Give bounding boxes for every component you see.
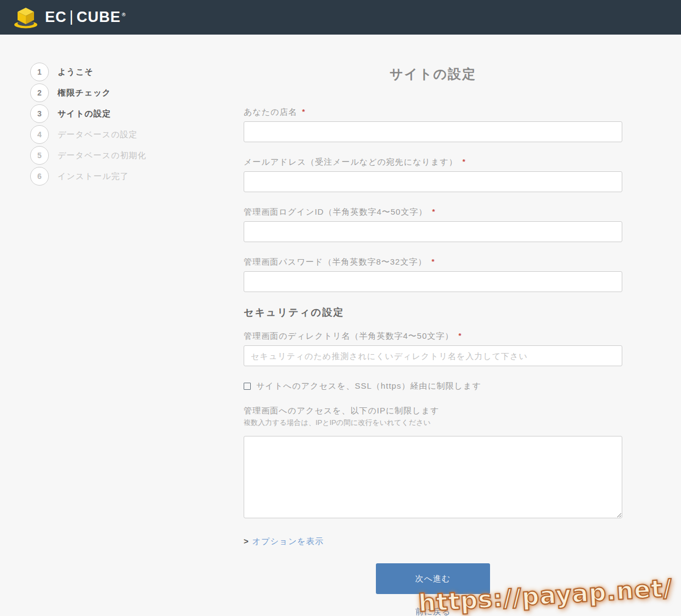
- login-id-input[interactable]: [244, 221, 622, 242]
- login-id-label: 管理画面ログインID（半角英数字4〜50文字）*: [244, 206, 622, 217]
- next-button[interactable]: 次へ進む: [376, 563, 490, 594]
- required-asterisk: *: [431, 257, 435, 266]
- step-item-site-settings: 3 サイトの設定: [30, 104, 147, 123]
- logo-separator: |: [67, 9, 77, 24]
- ip-restrict-hint: 複数入力する場合は、IPとIPの間に改行をいれてください: [244, 418, 622, 427]
- install-steps-sidebar: 1 ようこそ 2 権限チェック 3 サイトの設定 4 データベースの設定 5 デ…: [30, 63, 147, 188]
- logo-cube: CUBE: [77, 10, 121, 25]
- step-label: サイトの設定: [58, 109, 111, 119]
- email-label: メールアドレス（受注メールなどの宛先になります）*: [244, 156, 622, 167]
- email-group: メールアドレス（受注メールなどの宛先になります）*: [244, 156, 622, 192]
- password-input[interactable]: [244, 271, 622, 292]
- shop-name-label: あなたの店名*: [244, 107, 622, 117]
- step-label: インストール完了: [58, 171, 129, 182]
- admin-directory-label: 管理画面のディレクトリ名（半角英数字4〜50文字）*: [244, 331, 622, 341]
- back-link[interactable]: 前に戻る: [415, 607, 451, 616]
- login-id-group: 管理画面ログインID（半角英数字4〜50文字）*: [244, 206, 622, 242]
- required-asterisk: *: [302, 108, 305, 116]
- back-row: 前に戻る: [244, 607, 622, 616]
- chevron-right-icon: >: [244, 536, 249, 546]
- button-row: 次へ進む: [244, 563, 622, 594]
- step-item-install-complete: 6 インストール完了: [30, 167, 147, 186]
- admin-directory-group: 管理画面のディレクトリ名（半角英数字4〜50文字）*: [244, 331, 622, 366]
- ec-cube-logo-text: EC|CUBE®: [45, 10, 126, 25]
- step-number-badge: 4: [30, 125, 49, 144]
- step-item-permission-check: 2 権限チェック: [30, 83, 147, 102]
- page-title: サイトの設定: [244, 66, 622, 82]
- required-asterisk: *: [432, 208, 435, 216]
- email-input[interactable]: [244, 171, 622, 192]
- show-options-link[interactable]: オプションを表示: [252, 536, 324, 546]
- step-label: データベースの初期化: [58, 150, 147, 161]
- app-header: EC|CUBE®: [0, 0, 681, 35]
- step-label: 権限チェック: [58, 88, 111, 98]
- ip-restrict-label: 管理画面へのアクセスを、以下のIPに制限します: [244, 406, 622, 416]
- ssl-restrict-label[interactable]: サイトへのアクセスを、SSL（https）経由に制限します: [256, 380, 481, 391]
- step-number-badge: 3: [30, 104, 49, 123]
- security-section-heading: セキュリティの設定: [244, 306, 622, 318]
- admin-directory-input[interactable]: [244, 345, 622, 366]
- step-item-database-settings: 4 データベースの設定: [30, 125, 147, 144]
- shop-name-input[interactable]: [244, 121, 622, 142]
- options-row: >オプションを表示: [244, 536, 622, 546]
- site-settings-form: サイトの設定 あなたの店名* メールアドレス（受注メールなどの宛先になります）*…: [244, 66, 622, 616]
- step-number-badge: 5: [30, 146, 49, 165]
- step-number-badge: 2: [30, 83, 49, 102]
- required-asterisk: *: [463, 158, 466, 166]
- password-label: 管理画面パスワード（半角英数字8〜32文字）*: [244, 256, 622, 267]
- step-label: ようこそ: [58, 67, 93, 77]
- step-item-welcome: 1 ようこそ: [30, 63, 147, 81]
- ec-cube-logo: EC|CUBE®: [13, 7, 126, 29]
- ip-restrict-block: 管理画面へのアクセスを、以下のIPに制限します 複数入力する場合は、IPとIPの…: [244, 406, 622, 518]
- ssl-restrict-row: サイトへのアクセスを、SSL（https）経由に制限します: [244, 380, 622, 391]
- ec-cube-logo-icon: [13, 7, 38, 29]
- ip-restrict-textarea[interactable]: [244, 436, 622, 518]
- step-label: データベースの設定: [58, 130, 138, 140]
- shop-name-group: あなたの店名*: [244, 107, 622, 142]
- ssl-restrict-checkbox[interactable]: [244, 383, 251, 390]
- required-asterisk: *: [459, 332, 462, 340]
- password-group: 管理画面パスワード（半角英数字8〜32文字）*: [244, 256, 622, 292]
- step-number-badge: 6: [30, 167, 49, 186]
- logo-ec: EC: [45, 10, 67, 25]
- registered-mark: ®: [122, 13, 126, 18]
- step-item-database-init: 5 データベースの初期化: [30, 146, 147, 165]
- step-number-badge: 1: [30, 63, 49, 81]
